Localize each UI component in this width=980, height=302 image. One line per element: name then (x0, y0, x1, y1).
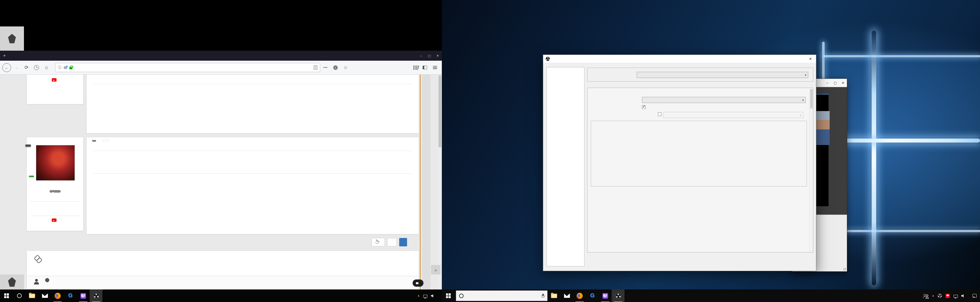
minimize-icon[interactable] (417, 51, 425, 61)
maximize-icon[interactable] (425, 51, 433, 61)
reply-button-row (372, 238, 407, 246)
taskbar-explorer[interactable] (547, 289, 560, 302)
url-bar[interactable] (55, 63, 320, 72)
chat-button[interactable] (413, 280, 423, 287)
tray-chevron-icon[interactable] (932, 294, 934, 297)
wallpaper-beam (872, 30, 876, 285)
page-accent-divider (420, 75, 421, 289)
network-icon[interactable] (423, 295, 427, 297)
reload-icon[interactable] (22, 63, 31, 72)
role-badge (49, 190, 61, 192)
g-app-icon (67, 293, 73, 299)
taskbar-search[interactable] (456, 290, 547, 301)
panel-scrollbar[interactable] (809, 88, 813, 252)
user-card-dergunia (27, 75, 84, 104)
background-app-icon (8, 34, 16, 43)
start-button[interactable] (442, 289, 455, 302)
checkbox-icon[interactable] (642, 105, 646, 109)
library-icon[interactable] (414, 65, 418, 70)
windows-logo-icon (446, 293, 451, 298)
minimize-icon[interactable]: – (824, 81, 831, 85)
output-mode-select[interactable] (637, 72, 808, 78)
people-icon[interactable] (923, 294, 929, 298)
divider (30, 216, 80, 216)
reader-mode-icon[interactable] (314, 65, 317, 70)
explorer-icon (29, 294, 35, 298)
history-icon[interactable] (32, 63, 41, 72)
avira-icon[interactable] (945, 294, 950, 298)
taskbar-g-app[interactable] (64, 289, 77, 302)
avatar[interactable] (36, 145, 75, 181)
maximize-icon[interactable]: ▢ (831, 81, 839, 85)
taskbar-obs[interactable] (90, 289, 102, 302)
wallpaper-beam (823, 55, 980, 57)
home-icon[interactable] (42, 63, 51, 72)
close-icon[interactable] (433, 51, 442, 61)
new-tab-button[interactable] (0, 51, 9, 61)
taskbar-firefox[interactable] (51, 289, 64, 302)
cortana-icon (459, 294, 463, 298)
eye-off-icon (375, 241, 379, 243)
start-button[interactable] (0, 289, 13, 302)
cortana-button[interactable] (13, 289, 25, 302)
scrollbar-thumb[interactable] (439, 75, 441, 148)
checkbox-icon[interactable] (658, 113, 662, 116)
taskbar-left (0, 289, 442, 302)
youtube-icon (52, 218, 57, 222)
sidebar-icon[interactable] (423, 66, 427, 69)
divider (93, 173, 412, 174)
reply-button[interactable] (399, 238, 407, 246)
taskbar-obs[interactable] (612, 289, 624, 302)
background-app-icon (8, 277, 16, 287)
network-icon[interactable] (953, 295, 958, 297)
secure-lock-icon (69, 67, 72, 69)
page-actions-icon[interactable] (321, 63, 330, 72)
post-number-badge[interactable] (92, 140, 96, 141)
speaker-icon[interactable] (961, 294, 965, 297)
encoder-select[interactable] (642, 97, 806, 103)
forum-page (0, 75, 442, 289)
taskbar-g-app[interactable] (586, 289, 599, 302)
ignore-thread-button[interactable] (372, 238, 385, 246)
advanced-reply-button[interactable] (387, 238, 397, 246)
taskbar-explorer[interactable] (25, 289, 38, 302)
resize-grip[interactable] (843, 268, 846, 270)
tray-chevron-icon[interactable] (418, 294, 420, 297)
search-input[interactable] (466, 294, 539, 298)
cortana-icon (17, 293, 22, 298)
new-badge (25, 145, 31, 147)
encoder-settings-group (591, 121, 807, 186)
page-info-icon[interactable] (58, 65, 62, 70)
left-monitor (0, 0, 442, 302)
close-icon[interactable]: ✕ (805, 55, 816, 63)
action-center-icon[interactable] (972, 294, 977, 297)
menu-icon[interactable] (433, 66, 437, 69)
share-link-icon (35, 255, 41, 262)
speaker-icon[interactable] (431, 294, 435, 297)
obs-tray-icon[interactable] (938, 294, 942, 298)
post-timestamp[interactable] (103, 140, 109, 141)
users-online-box (27, 276, 419, 289)
bookmark-star-icon[interactable] (341, 63, 350, 72)
back-icon[interactable] (2, 63, 11, 72)
divider (93, 151, 412, 151)
user-icon (34, 279, 39, 285)
scroll-to-top-button[interactable] (431, 265, 441, 275)
mail-icon (42, 294, 48, 298)
enforce-service-checkbox[interactable] (642, 105, 647, 109)
window-controls (417, 51, 442, 61)
forward-icon[interactable] (12, 63, 21, 72)
firefox-icon (54, 293, 61, 299)
taskbar-mail[interactable] (560, 289, 573, 302)
pocket-icon[interactable] (333, 65, 338, 70)
microphone-icon[interactable] (541, 294, 544, 298)
help-button[interactable] (794, 55, 805, 63)
close-icon[interactable]: ✕ (839, 81, 847, 85)
rescale-checkbox[interactable] (658, 113, 662, 116)
taskbar-mail[interactable] (38, 289, 51, 302)
permissions-icon[interactable] (64, 66, 67, 69)
taskbar-twitch[interactable] (77, 289, 90, 302)
streamen-tab-panel (587, 88, 813, 253)
taskbar-firefox[interactable] (573, 289, 586, 302)
taskbar-twitch[interactable] (599, 289, 612, 302)
